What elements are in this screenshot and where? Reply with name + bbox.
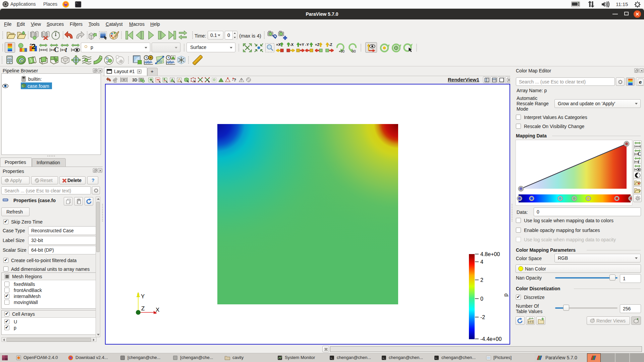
svg-text:p: p <box>502 294 509 297</box>
svg-text:+Y: +Y <box>300 43 304 47</box>
svg-text:X: X <box>156 307 159 313</box>
svg-text:>_: >_ <box>330 357 334 360</box>
svg-text:+Z: +Z <box>315 43 319 47</box>
svg-text:>_: >_ <box>435 357 438 360</box>
svg-text:-Y: -Y <box>305 43 309 47</box>
svg-text:+X: +X <box>276 43 281 47</box>
svg-text:-4.4e+00: -4.4e+00 <box>480 336 502 342</box>
svg-text:Z: Z <box>141 305 145 312</box>
svg-text:?: ? <box>240 78 242 82</box>
svg-text:C: C <box>638 152 641 156</box>
svg-text:4: 4 <box>480 259 483 265</box>
svg-text:-X: -X <box>290 43 294 47</box>
svg-text:0: 0 <box>480 296 483 302</box>
svg-text:>_: >_ <box>382 357 386 360</box>
svg-text:+90: +90 <box>339 50 344 53</box>
svg-text:2: 2 <box>480 277 483 283</box>
svg-text:-90: -90 <box>351 50 356 53</box>
svg-text:Y: Y <box>141 293 145 300</box>
svg-text:4.8e+00: 4.8e+00 <box>480 251 500 257</box>
svg-text:t: t <box>65 46 67 52</box>
svg-text:e: e <box>639 79 642 85</box>
svg-text:-Z: -Z <box>329 43 332 47</box>
svg-text:C: C <box>54 46 58 52</box>
svg-text:t: t <box>638 159 640 164</box>
svg-text:2: 2 <box>32 43 36 51</box>
svg-text:-2: -2 <box>480 314 485 320</box>
svg-text:>_: >_ <box>76 2 78 4</box>
svg-text:3D: 3D <box>132 78 138 82</box>
